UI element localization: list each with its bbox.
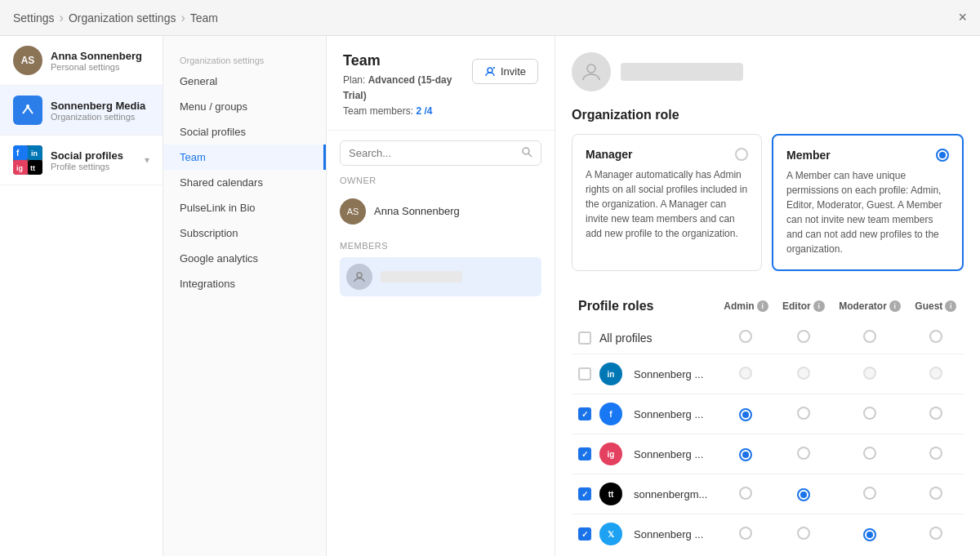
- table-row: in Sonnenberg ...: [572, 354, 964, 394]
- checkbox-profile-2[interactable]: [578, 407, 591, 420]
- checkbox-all-profiles[interactable]: [578, 331, 591, 345]
- left-panel: AS Anna Sonnenberg Personal settings Son…: [0, 36, 163, 556]
- profile-name-5: Sonnenberg ...: [634, 528, 703, 540]
- role-card-manager[interactable]: Manager A Manager automatically has Admi…: [572, 134, 762, 271]
- nav-item-subscription[interactable]: Subscription: [163, 220, 326, 246]
- radio-role-4-3[interactable]: [929, 487, 942, 500]
- svg-text:tt: tt: [30, 164, 35, 172]
- team-plan: Plan: Advanced (15-day Trial) Team membe…: [343, 73, 472, 120]
- selected-user-name-placeholder: [621, 63, 743, 81]
- role-member-desc: A Member can have unique permissions on …: [786, 168, 949, 256]
- user-name-sonnenberg: Sonnenberg Media: [51, 100, 149, 112]
- profile-icon-4: tt: [599, 483, 622, 505]
- breadcrumb-team[interactable]: Team: [190, 11, 218, 24]
- invite-button[interactable]: Invite: [472, 59, 538, 84]
- moderator-info-icon[interactable]: i: [889, 300, 901, 312]
- radio-role-2-0[interactable]: [739, 408, 752, 421]
- radio-role-0-2[interactable]: [863, 330, 876, 343]
- breadcrumb-settings[interactable]: Settings: [13, 11, 55, 24]
- user-info-anna: Anna Sonnenberg Personal settings: [51, 50, 149, 72]
- user-item-anna[interactable]: AS Anna Sonnenberg Personal settings: [0, 36, 163, 86]
- team-header-row: Team Plan: Advanced (15-day Trial) Team …: [343, 52, 538, 120]
- user-item-social[interactable]: f in ig tt Social profiles Profile setti…: [0, 136, 163, 185]
- user-sub-social: Profile settings: [51, 162, 136, 171]
- radio-role-1-3: [929, 367, 942, 380]
- radio-role-3-3[interactable]: [929, 447, 942, 460]
- checkbox-profile-3[interactable]: [578, 447, 591, 460]
- nav-item-general[interactable]: General: [163, 69, 326, 94]
- chevron-down-icon[interactable]: ▾: [145, 154, 149, 166]
- user-name-social: Social profiles: [51, 149, 136, 162]
- owner-name: Anna Sonnenberg: [374, 205, 460, 217]
- checkbox-profile-1[interactable]: [578, 367, 591, 380]
- guest-info-icon[interactable]: i: [945, 300, 956, 312]
- radio-role-0-0[interactable]: [739, 330, 752, 343]
- member-name-placeholder: [381, 271, 462, 282]
- nav-item-pulselink[interactable]: PulseLink in Bio: [163, 195, 326, 220]
- svg-point-1: [26, 105, 29, 108]
- col-editor: Editor i: [775, 291, 831, 322]
- search-input[interactable]: [349, 147, 514, 159]
- radio-role-0-1[interactable]: [797, 330, 810, 343]
- radio-role-1-0: [739, 367, 752, 380]
- admin-info-icon[interactable]: i: [757, 300, 768, 312]
- col-admin: Admin i: [717, 291, 776, 322]
- member-avatar-placeholder: [346, 264, 372, 290]
- owner-section: Owner AS Anna Sonnenberg: [327, 176, 555, 231]
- svg-text:ig: ig: [16, 164, 23, 172]
- radio-role-3-1[interactable]: [797, 447, 810, 460]
- editor-info-icon[interactable]: i: [813, 300, 825, 312]
- role-member-radio[interactable]: [936, 149, 949, 162]
- radio-role-1-2: [863, 367, 876, 380]
- nav-item-social-profiles[interactable]: Social profiles: [163, 119, 326, 145]
- radio-role-4-0[interactable]: [739, 487, 752, 500]
- radio-role-0-3[interactable]: [929, 330, 942, 343]
- breadcrumb-org-settings[interactable]: Organization settings: [69, 11, 176, 24]
- role-card-member[interactable]: Member A Member can have unique permissi…: [772, 134, 964, 271]
- owner-row[interactable]: AS Anna Sonnenberg: [340, 192, 541, 231]
- svg-point-16: [587, 64, 595, 73]
- profile-name-2: Sonnenberg ...: [634, 408, 703, 420]
- table-row: ig Sonnenberg ...: [572, 434, 964, 474]
- user-sub-sonnenberg: Organization settings: [51, 112, 149, 122]
- svg-rect-2: [13, 145, 28, 160]
- checkbox-profile-4[interactable]: [578, 487, 591, 500]
- nav-item-google-analytics[interactable]: Google analytics: [163, 246, 326, 271]
- breadcrumb-sep-1: ›: [60, 11, 64, 25]
- member-placeholder-row[interactable]: [340, 257, 541, 296]
- close-button[interactable]: ×: [958, 9, 967, 26]
- radio-role-5-1[interactable]: [797, 527, 810, 540]
- radio-role-5-3[interactable]: [929, 527, 942, 540]
- selected-user-avatar: [572, 52, 611, 91]
- svg-point-10: [488, 68, 492, 73]
- profile-name-1: Sonnenberg ...: [634, 368, 703, 380]
- nav-item-shared-calendars[interactable]: Shared calendars: [163, 170, 326, 195]
- svg-line-14: [528, 153, 532, 157]
- radio-role-2-1[interactable]: [797, 407, 810, 420]
- radio-role-4-2[interactable]: [863, 487, 876, 500]
- radio-role-3-2[interactable]: [863, 447, 876, 460]
- owner-avatar: AS: [340, 198, 366, 225]
- svg-text:in: in: [31, 149, 38, 158]
- radio-role-5-0[interactable]: [739, 527, 752, 540]
- owner-section-label: Owner: [340, 176, 541, 185]
- profile-icon-5: 𝕏: [599, 523, 622, 545]
- radio-role-3-0[interactable]: [739, 448, 752, 461]
- nav-item-integrations[interactable]: Integrations: [163, 271, 326, 296]
- nav-panel: Organization settings General Menu / gro…: [163, 36, 327, 556]
- radio-role-2-3[interactable]: [929, 407, 942, 420]
- nav-item-menu-groups[interactable]: Menu / groups: [163, 94, 326, 119]
- profile-name-3: Sonnenberg ...: [634, 448, 703, 460]
- radio-role-4-1[interactable]: [797, 488, 810, 501]
- radio-role-5-2[interactable]: [863, 528, 876, 541]
- nav-item-team[interactable]: Team: [163, 145, 326, 170]
- members-section: Members: [327, 241, 555, 296]
- radio-role-2-2[interactable]: [863, 407, 876, 420]
- checkbox-profile-5[interactable]: [578, 527, 591, 540]
- avatar-social: f in ig tt: [13, 145, 42, 175]
- role-cards: Manager A Manager automatically has Admi…: [572, 134, 964, 271]
- table-row: tt sonnenbergm...: [572, 474, 964, 514]
- user-item-sonnenberg[interactable]: Sonnenberg Media Organization settings: [0, 86, 163, 136]
- role-card-manager-header: Manager: [586, 148, 748, 161]
- role-manager-radio[interactable]: [735, 148, 748, 161]
